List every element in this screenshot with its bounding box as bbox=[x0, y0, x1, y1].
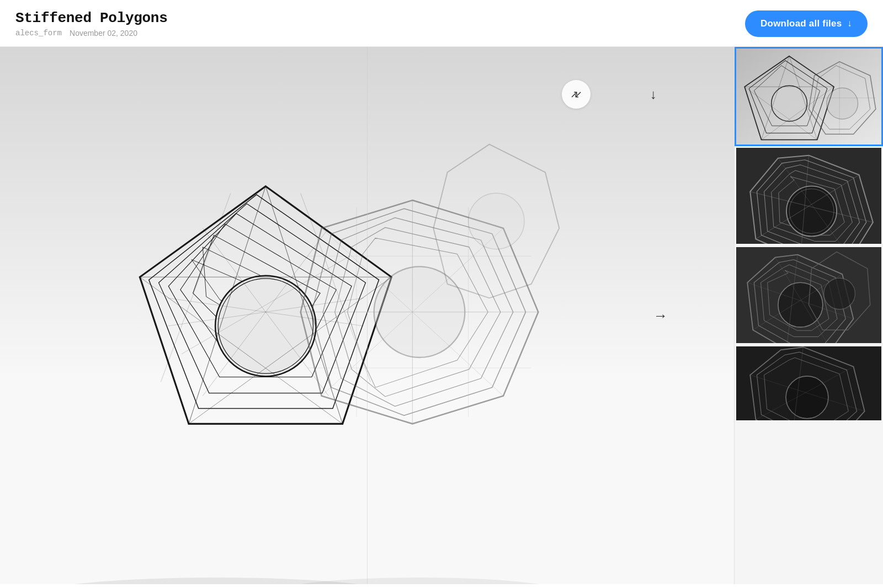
author-name: alecs_form bbox=[15, 29, 62, 38]
svg-point-44 bbox=[469, 193, 524, 249]
svg-point-49 bbox=[772, 85, 807, 121]
page-header: Stiffened Polygons alecs_form November 0… bbox=[0, 0, 883, 47]
thumbnail-sidebar bbox=[734, 47, 883, 584]
thumbnail-item-4[interactable] bbox=[735, 345, 883, 422]
download-single-button[interactable]: ↓ bbox=[639, 80, 668, 109]
viewer-divider bbox=[367, 47, 368, 584]
collapse-icon: ↙ bbox=[574, 88, 582, 100]
page-title: Stiffened Polygons bbox=[15, 10, 167, 26]
image-viewer: ↗ ↙ ↓ → bbox=[0, 47, 734, 584]
download-all-label: Download all files bbox=[760, 18, 842, 29]
download-single-icon: ↓ bbox=[650, 87, 657, 102]
next-icon: → bbox=[653, 307, 668, 324]
svg-point-90 bbox=[786, 376, 828, 419]
next-image-button[interactable]: → bbox=[653, 307, 668, 324]
svg-point-79 bbox=[778, 282, 823, 327]
svg-point-11 bbox=[215, 276, 316, 376]
header-meta: alecs_form November 02, 2020 bbox=[15, 29, 167, 38]
thumbnail-item-2[interactable] bbox=[735, 146, 883, 245]
download-all-icon: ↓ bbox=[847, 18, 852, 29]
thumbnail-item-3[interactable] bbox=[735, 245, 883, 345]
date-text: November 02, 2020 bbox=[70, 29, 137, 38]
svg-point-85 bbox=[824, 278, 855, 309]
expand-button[interactable]: ↗ ↙ bbox=[562, 80, 591, 109]
header-left: Stiffened Polygons alecs_form November 0… bbox=[15, 10, 167, 38]
thumbnail-item-1[interactable] bbox=[735, 47, 883, 146]
download-all-button[interactable]: Download all files ↓ bbox=[745, 10, 868, 37]
svg-point-57 bbox=[827, 88, 858, 119]
main-content: ↗ ↙ ↓ → bbox=[0, 47, 883, 584]
